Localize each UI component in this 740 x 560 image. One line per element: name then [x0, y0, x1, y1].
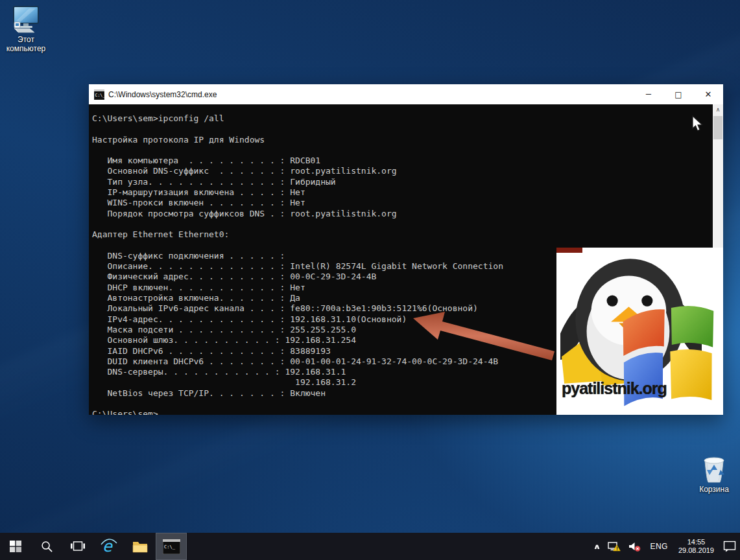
clock-date: 29.08.2019 — [678, 546, 714, 555]
svg-text:C:\_: C:\_ — [164, 544, 176, 550]
desktop-icon-this-pc[interactable]: Этот компьютер — [1, 5, 51, 53]
svg-text:e: e — [102, 538, 113, 555]
taskbar-item-cmd[interactable]: C:\_ — [156, 533, 187, 560]
internet-explorer-icon: e — [101, 538, 117, 555]
watermark-site-text: pyatilistnik.org — [562, 379, 667, 398]
svg-text:!: ! — [616, 546, 618, 552]
watermark-image: pyatilistnik.org — [556, 248, 723, 415]
volume-muted-icon — [628, 541, 641, 552]
taskbar-item-internet-explorer[interactable]: e — [93, 533, 125, 560]
search-icon — [41, 541, 53, 553]
action-center-icon — [723, 541, 736, 552]
minimize-button[interactable]: ─ — [634, 84, 663, 104]
cmd-window: C:\_ C:\Windows\system32\cmd.exe ─ □ ✕ C… — [89, 84, 723, 415]
network-warning-icon: ! — [608, 541, 621, 552]
desktop-icon-recycle-bin[interactable]: Корзина — [691, 454, 737, 494]
scroll-up-icon[interactable]: ∧ — [713, 104, 723, 115]
desktop-icon-label: Этот компьютер — [1, 35, 51, 53]
tray-chevron-button[interactable]: ∧ — [588, 533, 606, 560]
search-button[interactable] — [31, 533, 62, 560]
recycle-bin-icon — [701, 454, 727, 484]
folder-icon — [132, 540, 148, 553]
windows-logo-icon — [10, 541, 21, 552]
cmd-window-titlebar[interactable]: C:\_ C:\Windows\system32\cmd.exe ─ □ ✕ — [89, 84, 723, 104]
desktop: Этот компьютер Корзина C:\_ C:\Windows\s… — [0, 0, 740, 560]
network-status-button[interactable]: ! — [604, 533, 625, 560]
window-title: C:\Windows\system32\cmd.exe — [108, 90, 634, 99]
maximize-button[interactable]: □ — [663, 84, 693, 104]
svg-text:C:\_: C:\_ — [95, 93, 105, 98]
task-view-button[interactable] — [62, 533, 93, 560]
start-button[interactable] — [0, 533, 31, 560]
this-pc-icon — [10, 5, 42, 34]
cmd-titlebar-icon: C:\_ — [94, 89, 104, 100]
action-center-button[interactable] — [719, 533, 740, 560]
taskbar-item-file-explorer[interactable] — [125, 533, 156, 560]
desktop-icon-label: Корзина — [691, 485, 737, 494]
clock-time: 14:55 — [678, 538, 714, 546]
taskbar: e C:\_ ∧ ! — [0, 533, 740, 560]
scrollbar-thumb[interactable] — [713, 116, 722, 139]
taskbar-clock[interactable]: 14:55 29.08.2019 — [673, 533, 719, 560]
close-button[interactable]: ✕ — [693, 84, 723, 104]
volume-muted-button[interactable] — [625, 533, 645, 560]
cmd-icon: C:\_ — [163, 539, 180, 554]
task-view-icon — [71, 541, 85, 552]
language-indicator[interactable]: ENG — [645, 533, 673, 560]
taskbar-spacer — [187, 533, 590, 560]
